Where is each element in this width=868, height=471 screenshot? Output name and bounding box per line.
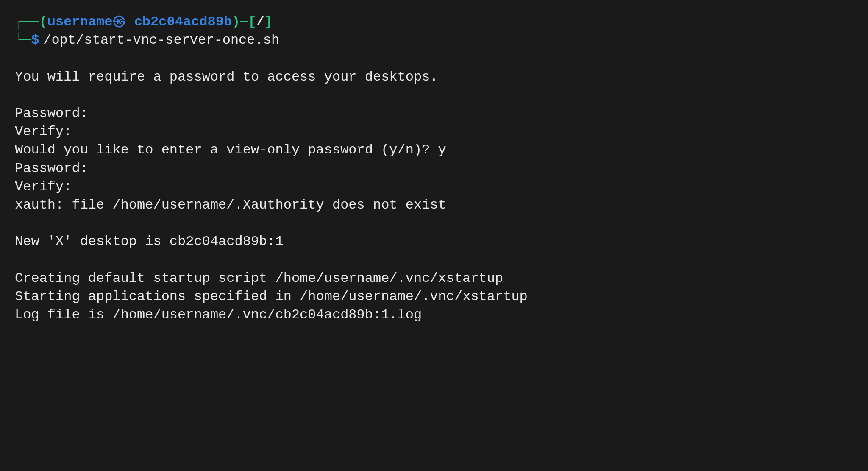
output-line-verify: Verify: (15, 123, 853, 141)
blank-line (15, 214, 853, 232)
at-symbol-icon: ㉿ (112, 13, 126, 31)
paren-close: ) (232, 13, 240, 31)
output-line-startup-script: Creating default startup script /home/us… (15, 269, 853, 287)
output-line-viewonly-prompt: Would you like to enter a view-only pass… (15, 141, 853, 159)
output-line-verify-2: Verify: (15, 178, 853, 196)
output-line-new-desktop: New 'X' desktop is cb2c04acd89b:1 (15, 232, 853, 251)
blank-line (15, 86, 853, 104)
prompt-host (126, 13, 134, 31)
output-line-log-file: Log file is /home/username/.vnc/cb2c04ac… (15, 306, 853, 324)
blank-line (15, 251, 853, 269)
output-line-password: Password: (15, 104, 853, 123)
prompt-path: / (256, 13, 264, 31)
command-text: /opt/start-vnc-server-once.sh (43, 31, 279, 49)
box-corner-bl: └─ (15, 31, 31, 49)
terminal-session[interactable]: ┌──(username㉿ cb2c04acd89b)─[/] └─$/opt/… (15, 13, 853, 324)
bracket-close: ] (264, 13, 273, 31)
prompt-user: username (47, 13, 113, 31)
prompt-dash: ─ (240, 13, 248, 31)
bracket-open: [ (248, 13, 256, 31)
output-line-xauth: xauth: file /home/username/.Xauthority d… (15, 196, 853, 214)
prompt-line-2: └─$/opt/start-vnc-server-once.sh (15, 31, 853, 49)
output-line-starting-apps: Starting applications specified in /home… (15, 287, 853, 306)
blank-line (15, 49, 853, 67)
prompt-line-1: ┌──(username㉿ cb2c04acd89b)─[/] (15, 13, 853, 31)
paren-open: ( (39, 13, 47, 31)
output-line-require-password: You will require a password to access yo… (15, 68, 853, 86)
prompt-dollar: $ (31, 31, 39, 49)
box-corner-tl: ┌── (15, 13, 39, 31)
prompt-host-text: cb2c04acd89b (134, 13, 232, 31)
output-line-password-2: Password: (15, 159, 853, 178)
